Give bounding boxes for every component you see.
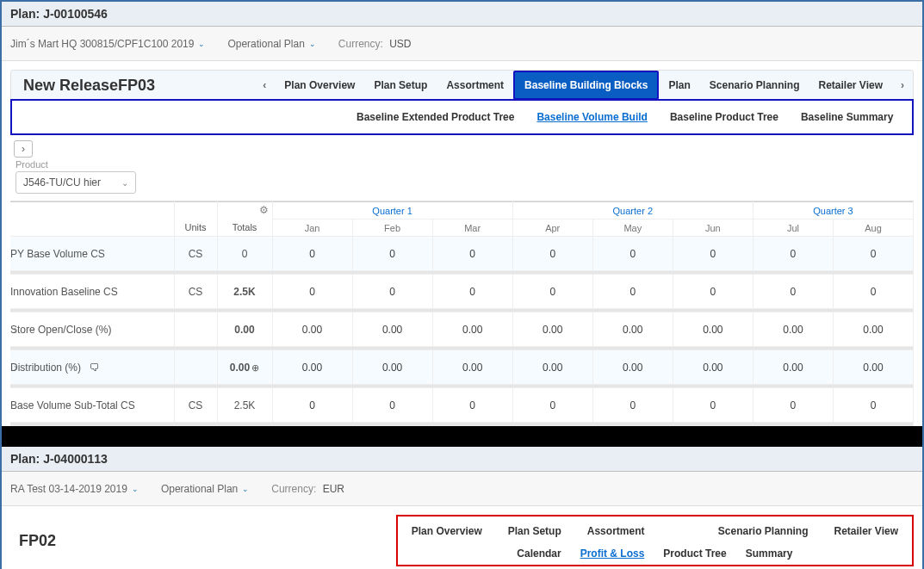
data-cell[interactable]: 0 bbox=[753, 237, 833, 271]
data-cell[interactable]: 0.00 bbox=[833, 312, 913, 347]
total-cell: 0.00 bbox=[217, 312, 272, 347]
data-cell[interactable]: 0 bbox=[673, 237, 753, 271]
gear-icon[interactable]: ⚙ bbox=[259, 204, 269, 216]
plan-title-bar: Plan: J-00100546 bbox=[2, 2, 922, 27]
expand-icon[interactable]: › bbox=[14, 362, 17, 374]
jun-header: Jun bbox=[673, 220, 753, 237]
data-cell[interactable]: 0.00 bbox=[673, 312, 753, 347]
data-cell[interactable]: 0 bbox=[272, 275, 352, 309]
panel-expand-toggle[interactable]: › bbox=[14, 140, 33, 158]
data-cell[interactable]: 0 bbox=[512, 237, 592, 271]
lower-tab-plan-overview[interactable]: Plan Overview bbox=[406, 522, 487, 541]
plan-id-lower: J-04000113 bbox=[43, 452, 108, 466]
data-cell[interactable]: 0 bbox=[592, 388, 673, 423]
row-label-text: Innovation Baseline CS bbox=[10, 286, 118, 298]
data-cell[interactable]: 0 bbox=[833, 388, 913, 423]
data-cell[interactable]: 0 bbox=[592, 275, 673, 309]
data-cell[interactable]: 0 bbox=[352, 388, 432, 423]
data-cell[interactable]: 0 bbox=[833, 275, 913, 309]
tab-baseline-building-blocks[interactable]: Baseline Building Blocks bbox=[513, 71, 659, 100]
row-label-text: PY Base Volume CS bbox=[10, 248, 105, 260]
lower-subtab-calendar[interactable]: Calendar bbox=[517, 547, 561, 560]
currency-display-lower: Currency: EUR bbox=[271, 483, 344, 495]
data-cell[interactable]: 0.00 bbox=[833, 350, 913, 385]
data-cell[interactable]: 0.00 bbox=[753, 312, 833, 347]
tab-scroll-right[interactable]: › bbox=[892, 79, 913, 91]
context-dropdown[interactable]: Jim´s Mart HQ 300815/CPF1C100 2019 ⌄ bbox=[10, 38, 205, 50]
units-header: Units bbox=[174, 202, 217, 237]
subtab-baseline-product-tree[interactable]: Baseline Product Tree bbox=[670, 111, 778, 123]
data-cell[interactable]: 0.00 bbox=[753, 350, 833, 385]
lower-tab-retailer-view[interactable]: Retailer View bbox=[829, 522, 903, 541]
data-cell[interactable]: 0.00 bbox=[512, 312, 592, 347]
magnify-icon[interactable]: ⊕ bbox=[251, 362, 259, 373]
data-cell[interactable]: 0 bbox=[592, 237, 673, 271]
chevron-down-icon: ⌄ bbox=[198, 40, 205, 48]
data-cell[interactable]: 0.00 bbox=[512, 350, 592, 385]
tab-scenario-planning[interactable]: Scenario Planning bbox=[700, 71, 809, 100]
lower-subtab-product-tree[interactable]: Product Tree bbox=[663, 547, 726, 560]
tab-plan-overview[interactable]: Plan Overview bbox=[275, 71, 364, 100]
product-dropdown[interactable]: J546-TU/CU hier ⌄ bbox=[16, 171, 136, 194]
tab-plan[interactable]: Plan bbox=[659, 71, 699, 100]
data-cell[interactable]: 0.00 bbox=[272, 350, 352, 385]
data-cell[interactable]: 0 bbox=[432, 275, 512, 309]
total-cell: 2.5K bbox=[217, 275, 272, 309]
data-cell[interactable]: 0 bbox=[753, 388, 833, 423]
subtab-baseline-extended-product-tree[interactable]: Baseline Extended Product Tree bbox=[357, 111, 514, 123]
data-cell[interactable]: 0.00 bbox=[352, 312, 432, 347]
unit-cell: CS bbox=[174, 275, 217, 309]
data-cell[interactable]: 0 bbox=[432, 388, 512, 423]
currency-label: Currency: bbox=[338, 38, 383, 50]
expand-icon[interactable]: › bbox=[14, 324, 17, 336]
data-cell[interactable]: 0.00 bbox=[272, 312, 352, 347]
data-cell[interactable]: 0 bbox=[673, 275, 753, 309]
data-cell[interactable]: 0 bbox=[432, 237, 512, 271]
data-cell[interactable]: 0.00 bbox=[352, 350, 432, 385]
data-cell[interactable]: 0.00 bbox=[432, 350, 512, 385]
subtab-baseline-summary[interactable]: Baseline Summary bbox=[801, 111, 893, 123]
lower-subtab-profit-loss[interactable]: Profit & Loss bbox=[580, 547, 645, 560]
data-cell[interactable]: 0.00 bbox=[432, 312, 512, 347]
lower-tab-scenario-planning[interactable]: Scenario Planning bbox=[713, 522, 814, 541]
data-cell[interactable]: 0 bbox=[753, 275, 833, 309]
currency-value-lower: EUR bbox=[323, 483, 344, 495]
may-header: May bbox=[592, 220, 673, 237]
tab-assortment[interactable]: Assortment bbox=[437, 71, 513, 100]
data-cell[interactable]: 0 bbox=[833, 237, 913, 271]
plan-id: J-00100546 bbox=[43, 7, 108, 21]
comment-icon[interactable]: 🗨 bbox=[90, 362, 100, 374]
lower-tab-plan-setup[interactable]: Plan Setup bbox=[503, 522, 567, 541]
tab-scroll-left[interactable]: ‹ bbox=[254, 79, 275, 91]
plan-type-label-lower: Operational Plan bbox=[161, 483, 238, 495]
lower-subtab-summary[interactable]: Summary bbox=[746, 547, 793, 560]
data-cell[interactable]: 0 bbox=[673, 388, 753, 423]
release-title: New ReleaseFP03 bbox=[11, 77, 167, 95]
data-cell[interactable]: 0 bbox=[352, 275, 432, 309]
data-cell[interactable]: 0.00 bbox=[673, 350, 753, 385]
data-cell[interactable]: 0 bbox=[272, 388, 352, 423]
subtab-baseline-volume-build[interactable]: Baseline Volume Build bbox=[536, 111, 647, 123]
data-cell[interactable]: 0.00 bbox=[592, 312, 673, 347]
context-dropdown-lower[interactable]: RA Test 03-14-2019 2019 ⌄ bbox=[10, 483, 139, 495]
plan-type-dropdown[interactable]: Operational Plan ⌄ bbox=[227, 38, 315, 50]
feb-header: Feb bbox=[352, 220, 432, 237]
total-cell: 2.5K bbox=[217, 388, 272, 423]
lower-tab-plan[interactable]: Plan bbox=[665, 522, 697, 541]
data-cell[interactable]: 0 bbox=[512, 388, 592, 423]
table-row: PY Base Volume CSCS000000000 bbox=[10, 237, 914, 271]
currency-display: Currency: USD bbox=[338, 38, 412, 50]
data-cell[interactable]: 0 bbox=[272, 237, 352, 271]
tab-plan-setup[interactable]: Plan Setup bbox=[364, 71, 437, 100]
tab-retailer-view[interactable]: Retailer View bbox=[809, 71, 892, 100]
lower-tab-assortment[interactable]: Assortment bbox=[582, 522, 650, 541]
q1-header: Quarter 1 bbox=[272, 202, 512, 220]
data-cell[interactable]: 0 bbox=[352, 237, 432, 271]
release-title-lower: FP02 bbox=[10, 532, 295, 550]
plan-type-dropdown-lower[interactable]: Operational Plan ⌄ bbox=[161, 483, 249, 495]
unit-cell: CS bbox=[174, 237, 217, 271]
data-cell[interactable]: 0 bbox=[512, 275, 592, 309]
data-cell[interactable]: 0.00 bbox=[592, 350, 673, 385]
mar-header: Mar bbox=[432, 220, 512, 237]
row-label-text: Store Open/Close (%) bbox=[10, 324, 111, 336]
